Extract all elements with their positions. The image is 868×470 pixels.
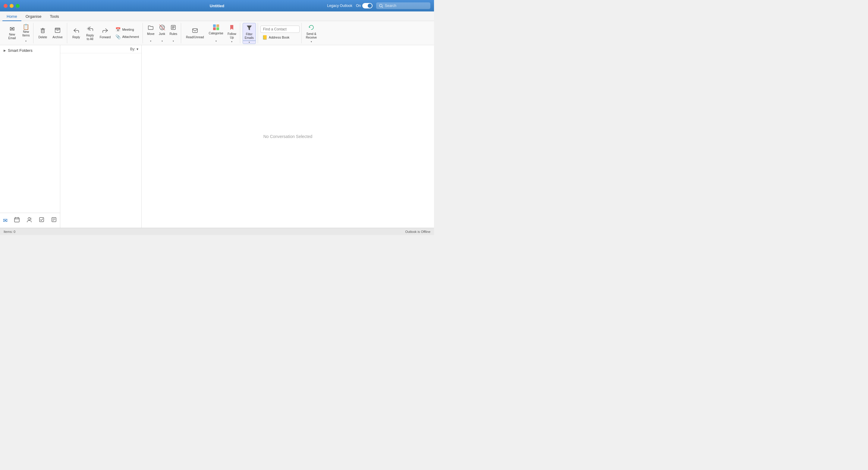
no-conversation-text: No Conversation Selected [264,134,313,139]
nav-tasks-icon[interactable] [37,215,46,226]
sidebar-nav: ✉ [0,213,60,228]
new-items-dropdown[interactable]: ▾ [21,39,31,43]
close-button[interactable] [4,4,7,8]
send-receive-icon [308,24,315,32]
forward-label: Forward [100,36,111,39]
address-book-button[interactable]: 📒 Address Book [260,34,300,41]
archive-button[interactable]: Archive [50,23,65,43]
junk-button[interactable]: Junk [157,23,167,39]
tab-tools[interactable]: Tools [45,12,63,21]
sort-arrow[interactable]: ▾ [136,47,138,51]
reply-all-button[interactable]: Replyto All [84,23,97,43]
svg-rect-21 [213,27,216,30]
find-contact-input[interactable] [260,26,300,33]
svg-point-30 [30,218,32,220]
statusbar: Items: 0 Outlook is Offline [0,228,434,235]
new-email-button[interactable]: ✉ NewEmail [4,23,20,43]
rules-dropdown[interactable]: ▾ [168,39,179,43]
ribbon-group-new: ✉ NewEmail 📋 NewItems ▾ [2,23,33,43]
svg-point-12 [162,26,163,27]
smart-folders-label: Smart Folders [8,48,33,53]
meeting-icon: 📅 [116,27,121,32]
nav-notes-icon[interactable] [50,215,59,226]
read-unread-button[interactable]: Read/Unread [184,23,206,43]
categorise-split: Categorise ▾ [207,23,225,43]
nav-calendar-icon[interactable] [12,215,22,226]
maximize-button[interactable] [16,4,20,8]
sidebar: ▶ Smart Folders ✉ [0,45,60,228]
find-contact-container: 📒 Address Book [260,23,300,43]
nav-mail-icon[interactable]: ✉ [1,216,9,225]
reading-pane: No Conversation Selected [142,45,434,228]
reply-all-icon [87,25,93,33]
titlebar-right: Legacy Outlook On [327,2,430,9]
respond-subgroup: 📅 Meeting 📎 Attachment [114,23,141,43]
forward-button[interactable]: Forward [97,23,113,43]
search-icon [379,4,383,8]
smart-folders-header[interactable]: ▶ Smart Folders [0,45,60,56]
window-title: Untitled [210,4,224,8]
svg-rect-20 [216,24,219,27]
categorise-dropdown[interactable]: ▾ [207,39,225,43]
send-receive-dropdown[interactable]: ▾ [304,40,318,43]
reply-all-label: Replyto All [86,34,94,41]
send-receive-label: Send &Receive [306,32,317,39]
filter-emails-dropdown[interactable]: ▾ [243,41,256,44]
main-layout: ▶ Smart Folders ✉ [0,45,434,228]
svg-rect-8 [55,28,60,29]
nav-tabs: Home Organise Tools [0,11,434,21]
filter-emails-split: FilterEmails ▾ [243,23,256,43]
attachment-label: Attachment [122,35,139,38]
search-bar[interactable] [376,2,430,9]
search-input[interactable] [385,4,427,8]
delete-button[interactable]: Delete [36,23,50,43]
move-split: Move ▾ [145,23,156,43]
meeting-button[interactable]: 📅 Meeting [114,26,141,33]
svg-rect-22 [216,27,219,30]
attachment-button[interactable]: 📎 Attachment [114,33,141,40]
svg-rect-19 [213,24,216,27]
ribbon-group-respond: Reply Replyto All Forward [68,23,143,43]
svg-marker-23 [230,25,233,30]
legacy-outlook-label: Legacy Outlook [327,4,352,8]
archive-icon [54,27,61,35]
new-items-icon: 📋 [23,24,29,30]
tab-home[interactable]: Home [2,12,22,21]
ribbon-group-delete: Delete Archive [34,23,67,43]
categorise-button[interactable]: Categorise [207,23,225,39]
svg-rect-2 [41,30,44,33]
toggle-on-label: On [356,4,361,8]
categorise-icon [213,24,219,31]
move-button[interactable]: Move [145,23,156,39]
ribbon-group-find: 📒 Address Book [258,23,302,43]
filter-emails-label: FilterEmails [245,33,254,40]
send-receive-split: Send &Receive ▾ [304,23,318,43]
ribbon-group-tags: Read/Unread Categorise ▾ [182,23,240,43]
follow-up-dropdown[interactable]: ▾ [226,40,238,43]
filter-emails-button[interactable]: FilterEmails [243,23,256,41]
read-unread-label: Read/Unread [186,36,204,39]
nav-contacts-icon[interactable] [25,215,34,226]
new-items-split: 📋 NewItems ▾ [21,23,31,43]
svg-rect-25 [14,218,19,222]
send-receive-button[interactable]: Send &Receive [304,23,318,40]
rules-label: Rules [170,32,178,36]
tab-organise[interactable]: Organise [22,12,46,21]
svg-rect-7 [55,29,60,33]
minimize-button[interactable] [10,4,13,8]
junk-label: Junk [159,32,165,36]
junk-icon [159,24,165,32]
svg-rect-31 [39,218,44,222]
items-count: Items: 0 [4,230,16,233]
move-icon [147,24,154,32]
junk-dropdown[interactable]: ▾ [157,39,167,43]
legacy-toggle[interactable] [362,3,373,8]
move-dropdown[interactable]: ▾ [145,39,156,43]
rules-button[interactable]: Rules [168,23,179,39]
new-items-button[interactable]: 📋 NewItems [21,23,31,39]
follow-up-button[interactable]: FollowUp [226,23,238,40]
address-book-icon: 📒 [262,35,267,40]
new-items-label: NewItems [22,30,30,37]
reply-button[interactable]: Reply [70,23,83,43]
delete-icon [39,27,46,35]
